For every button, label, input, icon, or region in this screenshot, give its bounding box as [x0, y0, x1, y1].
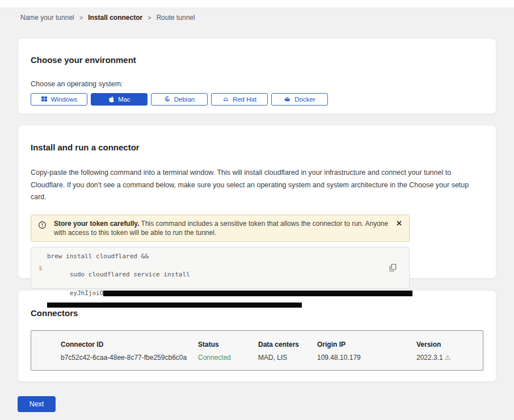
- cell-connector-id: b7c52c42-6caa-48ee-8c77-fbe259cb6c0a: [61, 354, 198, 362]
- install-command-code-block: brew install cloudflared && $sudo cloudf…: [31, 247, 410, 289]
- breadcrumb-name-your-tunnel[interactable]: Name your tunnel: [20, 14, 74, 22]
- code-line-sudo: $sudo cloudflared service install: [39, 265, 401, 284]
- cell-status: Connected: [198, 354, 258, 362]
- code-line-brew: brew install cloudflared &&: [39, 253, 401, 259]
- connectors-table: Connector ID Status Data centers Origin …: [31, 330, 483, 371]
- environment-card: Choose your environment Choose an operat…: [18, 38, 496, 114]
- code-line-token: eyJhIjoiO: [39, 284, 401, 303]
- os-button-mac[interactable]: Mac: [91, 93, 148, 106]
- header-origin-ip: Origin IP: [317, 341, 416, 348]
- table-row: b7c52c42-6caa-48ee-8c77-fbe259cb6c0a Con…: [61, 354, 477, 362]
- header-status: Status: [198, 341, 258, 348]
- debian-icon: [164, 95, 171, 103]
- redhat-icon: [222, 95, 229, 103]
- os-button-label: Docker: [294, 96, 315, 103]
- token-warning-banner: Store your token carefully. This command…: [31, 215, 410, 242]
- redacted-token-bar-1: [103, 291, 412, 296]
- copy-icon[interactable]: [389, 263, 397, 274]
- warning-bold-text: Store your token carefully.: [54, 220, 140, 228]
- header-version: Version: [416, 341, 477, 348]
- os-button-label: Debian: [174, 96, 195, 103]
- cell-data-centers: MAD, LIS: [258, 354, 317, 362]
- connectors-card-title: Connectors: [31, 308, 483, 318]
- apple-icon: [108, 95, 115, 104]
- alert-circle-icon: [38, 221, 47, 232]
- cell-origin-ip: 109.48.10.179: [317, 354, 416, 362]
- os-button-row: Windows Mac Debian Red Hat Docker: [31, 93, 483, 106]
- os-button-docker[interactable]: Docker: [271, 93, 328, 106]
- os-button-label: Red Hat: [233, 96, 256, 103]
- cell-version: 2022.3.1⚠: [416, 354, 477, 362]
- breadcrumb-route-tunnel[interactable]: Route tunnel: [157, 14, 195, 22]
- os-select-label: Choose an operating system:: [31, 80, 483, 89]
- environment-card-title: Choose your environment: [31, 55, 483, 65]
- docker-icon: [284, 95, 291, 103]
- token-prefix: eyJhIjoiO: [70, 289, 104, 297]
- install-connector-card: Install and run a connector Copy-paste t…: [18, 125, 496, 279]
- os-button-windows[interactable]: Windows: [31, 93, 87, 106]
- os-button-label: Mac: [118, 96, 130, 103]
- redacted-token-bar-2: [47, 303, 302, 308]
- header-connector-id: Connector ID: [61, 341, 198, 348]
- breadcrumb: Name your tunnel > Install connector > R…: [20, 13, 514, 22]
- connectors-table-header: Connector ID Status Data centers Origin …: [61, 341, 477, 348]
- os-button-debian[interactable]: Debian: [151, 93, 208, 106]
- install-card-title: Install and run a connector: [31, 142, 483, 153]
- breadcrumb-separator: >: [79, 14, 83, 21]
- version-warning-icon: ⚠: [445, 354, 451, 362]
- code-line-sudo-text: sudo cloudflared service install: [70, 271, 190, 278]
- install-description: Copy-paste the following command into a …: [31, 167, 483, 204]
- top-strip: [0, 0, 514, 7]
- header-data-centers: Data centers: [258, 341, 317, 348]
- shell-prompt: $: [39, 265, 43, 271]
- close-icon[interactable]: ✕: [395, 219, 403, 229]
- windows-icon: [41, 95, 48, 103]
- breadcrumb-separator: >: [148, 14, 151, 21]
- breadcrumb-install-connector[interactable]: Install connector: [88, 14, 142, 22]
- next-button[interactable]: Next: [18, 396, 56, 412]
- os-button-label: Windows: [51, 96, 78, 103]
- os-button-redhat[interactable]: Red Hat: [211, 93, 268, 106]
